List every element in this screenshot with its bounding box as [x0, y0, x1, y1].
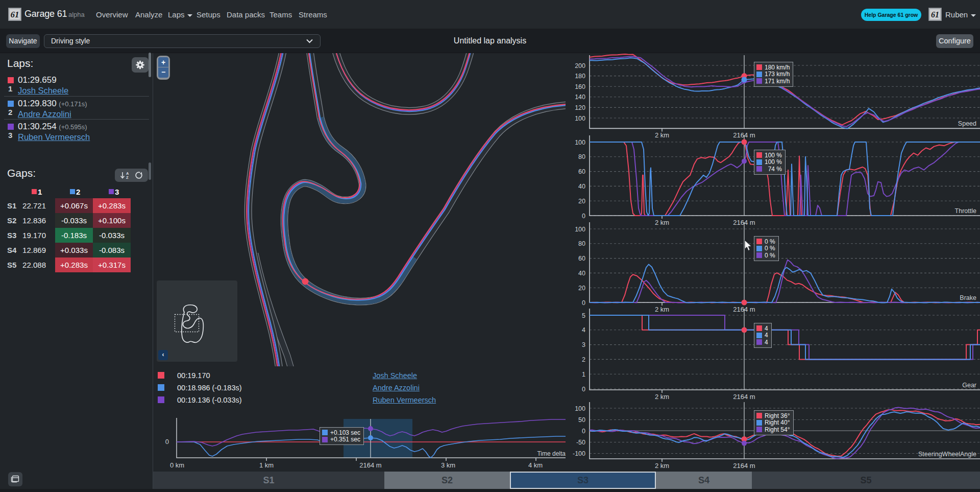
svg-text:20: 20 — [578, 198, 585, 205]
svg-text:SteeringWheelAngle: SteeringWheelAngle — [918, 451, 976, 458]
svg-text:1 km: 1 km — [259, 461, 274, 469]
svg-text:2 km: 2 km — [655, 462, 669, 470]
svg-text:2 km: 2 km — [655, 393, 669, 401]
svg-text:50: 50 — [578, 416, 585, 424]
svg-text:60: 60 — [578, 168, 585, 175]
svg-text:100: 100 — [575, 115, 585, 122]
svg-text:2 km: 2 km — [655, 131, 669, 139]
svg-text:4: 4 — [582, 326, 585, 334]
svg-text:Throttle: Throttle — [955, 207, 976, 215]
svg-text:40: 40 — [578, 270, 585, 277]
svg-text:2164 m: 2164 m — [733, 393, 755, 401]
svg-text:0: 0 — [582, 213, 585, 220]
svg-text:0 km: 0 km — [170, 461, 184, 469]
svg-text:-100: -100 — [573, 450, 585, 457]
svg-text:-50: -50 — [576, 439, 585, 446]
svg-text:1: 1 — [582, 371, 585, 378]
svg-text:80: 80 — [578, 153, 585, 160]
svg-text:Gear: Gear — [962, 382, 976, 389]
svg-text:140: 140 — [575, 93, 585, 101]
svg-text:0: 0 — [582, 386, 585, 393]
svg-text:120: 120 — [575, 104, 585, 111]
svg-text:0: 0 — [582, 299, 585, 307]
svg-text:0: 0 — [165, 438, 169, 446]
svg-text:Z: Z — [126, 175, 129, 180]
svg-text:4 km: 4 km — [528, 461, 543, 469]
svg-text:180: 180 — [575, 73, 585, 80]
svg-text:40: 40 — [578, 183, 585, 190]
svg-text:60: 60 — [578, 255, 585, 262]
svg-text:100: 100 — [575, 405, 585, 412]
svg-text:2 km: 2 km — [655, 306, 669, 313]
svg-text:Speed: Speed — [958, 120, 976, 127]
svg-text:3 km: 3 km — [441, 461, 455, 469]
svg-text:2: 2 — [582, 356, 585, 363]
svg-text:160: 160 — [575, 83, 585, 90]
svg-text:80: 80 — [578, 240, 585, 247]
svg-text:2164 m: 2164 m — [359, 461, 381, 469]
svg-text:3: 3 — [582, 341, 585, 348]
svg-text:200: 200 — [575, 62, 585, 69]
svg-text:0: 0 — [582, 428, 585, 435]
svg-text:20: 20 — [578, 285, 585, 292]
svg-text:5: 5 — [582, 312, 585, 319]
svg-text:100: 100 — [575, 139, 585, 146]
svg-text:Brake: Brake — [960, 294, 976, 301]
svg-text:2164 m: 2164 m — [733, 462, 755, 470]
svg-text:2 km: 2 km — [655, 219, 669, 226]
svg-text:100: 100 — [575, 226, 585, 233]
svg-text:Time delta: Time delta — [537, 450, 566, 457]
